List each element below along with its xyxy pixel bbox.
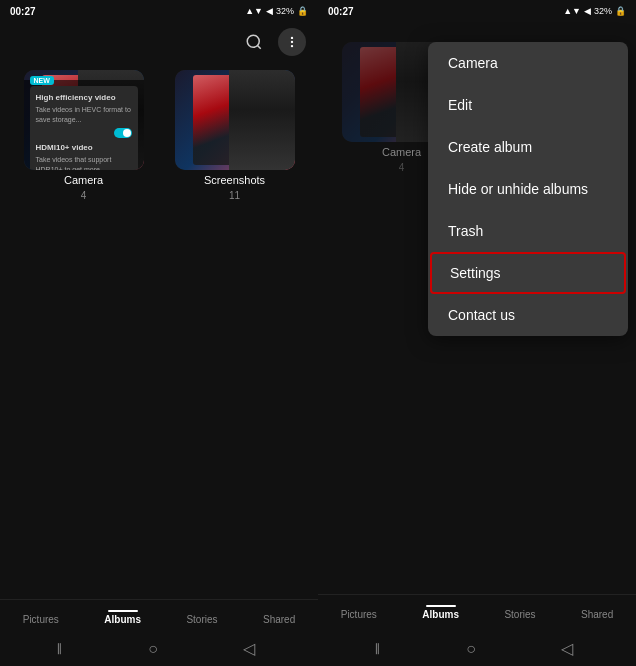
album-count-camera-right: 4 — [399, 162, 405, 173]
svg-point-4 — [291, 45, 293, 47]
nav-pictures-right[interactable]: Pictures — [341, 605, 377, 620]
nav-stories-left[interactable]: Stories — [186, 610, 217, 625]
album-label-camera-right: Camera — [382, 146, 421, 158]
signal-icon-right: ▲▼ — [563, 6, 581, 16]
battery-icon-left: 32% — [276, 6, 294, 16]
home-bar-right: ⃦ ○ ◁ — [318, 631, 636, 666]
nav-shared-right[interactable]: Shared — [581, 605, 613, 620]
nav-label-shared-left: Shared — [263, 614, 295, 625]
albums-grid-left: NEW High efficiency video Take videos in… — [0, 62, 318, 599]
top-bar-right — [318, 22, 636, 34]
svg-point-0 — [247, 35, 259, 47]
nav-label-pictures-left: Pictures — [23, 614, 59, 625]
nav-label-albums-right: Albums — [422, 609, 459, 620]
right-phone-screen: 00:27 ▲▼ ◀ 32% 🔒 Camera 4 Camera Edit Cr… — [318, 0, 636, 666]
nav-label-albums-left: Albums — [104, 614, 141, 625]
album-label-camera-left: Camera — [64, 174, 103, 186]
battery-icon-right: 32% — [594, 6, 612, 16]
nav-shared-left[interactable]: Shared — [263, 610, 295, 625]
home-btn-right[interactable]: ○ — [466, 640, 476, 658]
nav-label-stories-right: Stories — [504, 609, 535, 620]
nav-stories-right[interactable]: Stories — [504, 605, 535, 620]
setting-title-1: High efficiency video — [36, 92, 132, 103]
nav-label-pictures-right: Pictures — [341, 609, 377, 620]
nav-albums-left[interactable]: Albums — [104, 610, 141, 625]
nav-pictures-left[interactable]: Pictures — [23, 610, 59, 625]
nav-label-stories-left: Stories — [186, 614, 217, 625]
search-button-left[interactable] — [240, 28, 268, 56]
wifi-icon-left: ◀ — [266, 6, 273, 16]
left-phone-screen: 00:27 ▲▼ ◀ 32% 🔒 NEW — [0, 0, 318, 666]
status-bar-left: 00:27 ▲▼ ◀ 32% 🔒 — [0, 0, 318, 22]
album-label-screenshots: Screenshots — [204, 174, 265, 186]
more-button-left[interactable] — [278, 28, 306, 56]
screenshots-thumb-img — [175, 70, 295, 170]
dropdown-item-settings[interactable]: Settings — [430, 252, 626, 294]
lock-icon-left: 🔒 — [297, 6, 308, 16]
dropdown-item-edit[interactable]: Edit — [428, 84, 628, 126]
status-time-left: 00:27 — [10, 6, 36, 17]
dropdown-item-create-album[interactable]: Create album — [428, 126, 628, 168]
album-item-screenshots-left[interactable]: Screenshots 11 — [163, 70, 306, 591]
toggle-switch-1[interactable] — [114, 128, 132, 138]
status-time-right: 00:27 — [328, 6, 354, 17]
setting-title-2: HDMI10+ video — [36, 142, 132, 153]
setting-detail-1: Take videos in HEVC format to save stora… — [36, 105, 132, 125]
album-count-camera-left: 4 — [81, 190, 87, 201]
recents-btn-right[interactable]: ◁ — [561, 639, 573, 658]
settings-panel: High efficiency video Take videos in HEV… — [30, 86, 138, 170]
signal-icon-left: ▲▼ — [245, 6, 263, 16]
lock-icon-right: 🔒 — [615, 6, 626, 16]
setting-detail-2: Take videos that support HDR10+ to get m… — [36, 155, 132, 170]
home-bar-left: ⃦ ○ ◁ — [0, 631, 318, 666]
dropdown-item-contact-us[interactable]: Contact us — [428, 294, 628, 336]
dropdown-menu: Camera Edit Create album Hide or unhide … — [428, 42, 628, 336]
dropdown-item-trash[interactable]: Trash — [428, 210, 628, 252]
toggle-row-1 — [36, 128, 132, 138]
status-icons-left: ▲▼ ◀ 32% 🔒 — [245, 6, 308, 16]
settings-overlay: High efficiency video Take videos in HEV… — [24, 80, 144, 170]
home-btn-left[interactable]: ○ — [148, 640, 158, 658]
album-thumb-camera-left[interactable]: NEW High efficiency video Take videos in… — [24, 70, 144, 170]
new-badge-left: NEW — [30, 76, 54, 85]
bottom-nav-right: Pictures Albums Stories Shared — [318, 594, 636, 626]
svg-point-3 — [291, 41, 293, 43]
album-count-screenshots: 11 — [229, 190, 240, 201]
wifi-icon-right: ◀ — [584, 6, 591, 16]
bottom-nav-left: Pictures Albums Stories Shared — [0, 599, 318, 631]
svg-line-1 — [257, 45, 260, 48]
status-icons-right: ▲▼ ◀ 32% 🔒 — [563, 6, 626, 16]
dropdown-item-camera[interactable]: Camera — [428, 42, 628, 84]
top-bar-left — [0, 22, 318, 62]
svg-point-2 — [291, 37, 293, 39]
nav-label-shared-right: Shared — [581, 609, 613, 620]
album-item-camera-left[interactable]: NEW High efficiency video Take videos in… — [12, 70, 155, 591]
dropdown-item-hide-albums[interactable]: Hide or unhide albums — [428, 168, 628, 210]
status-bar-right: 00:27 ▲▼ ◀ 32% 🔒 — [318, 0, 636, 22]
album-thumb-screenshots-left[interactable] — [175, 70, 295, 170]
recents-btn-left[interactable]: ◁ — [243, 639, 255, 658]
nav-albums-right[interactable]: Albums — [422, 605, 459, 620]
